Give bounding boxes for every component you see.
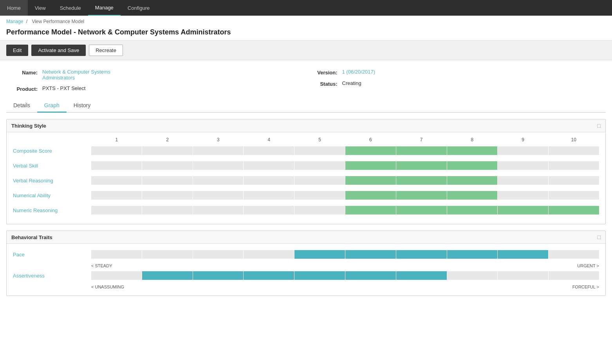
numeric-reasoning-label: Numeric Reasoning: [13, 207, 91, 213]
page-title: Performance Model - Network & Computer S…: [0, 27, 612, 40]
tabs: Details Graph History: [6, 99, 606, 113]
verbal-reasoning-row: Verbal Reasoning: [13, 175, 599, 186]
scale-8: 8: [447, 137, 498, 142]
toolbar: Edit Activate and Save Recreate: [0, 40, 612, 60]
assertiveness-left-label: < UNASSUMING: [91, 285, 345, 289]
seg-4: [244, 146, 294, 155]
assertiveness-label: Assertiveness: [13, 273, 91, 279]
thinking-style-title: Thinking Style: [11, 123, 46, 129]
seg-5: [294, 146, 345, 155]
pace-track: [91, 250, 599, 259]
pace-left-label: < STEADY: [91, 263, 345, 268]
status-value: Creating: [342, 80, 361, 86]
thinking-style-collapse-icon[interactable]: □: [598, 123, 601, 129]
scale-9: 9: [498, 137, 549, 142]
verbal-reasoning-track: [91, 176, 599, 185]
thinking-style-chart: 1 2 3 4 5 6 7 8 9 10 Composite Score: [7, 132, 605, 224]
nav-home[interactable]: Home: [0, 0, 28, 16]
scale-6: 6: [345, 137, 396, 142]
thinking-style-section: Thinking Style □ 1 2 3 4 5 6 7 8 9 10 Co…: [6, 119, 606, 224]
tab-history[interactable]: History: [67, 99, 98, 113]
verbal-skill-row: Verbal Skill: [13, 160, 599, 171]
scale-4: 4: [244, 137, 294, 142]
breadcrumb: Manage / View Performance Model: [0, 16, 612, 27]
pace-label: Pace: [13, 252, 91, 258]
scale-header: 1 2 3 4 5 6 7 8 9 10: [91, 137, 599, 142]
tab-graph[interactable]: Graph: [37, 99, 67, 113]
behavioral-traits-collapse-icon[interactable]: □: [598, 234, 601, 240]
seg-7: [396, 146, 447, 155]
version-label: Version:: [306, 69, 338, 76]
seg-3: [193, 146, 244, 155]
nav-schedule[interactable]: Schedule: [53, 0, 88, 16]
seg-2: [142, 146, 193, 155]
pace-sub-labels: < STEADY URGENT >: [91, 263, 599, 268]
nav-view[interactable]: View: [28, 0, 53, 16]
nav-manage[interactable]: Manage: [88, 0, 121, 16]
assertiveness-sub-labels: < UNASSUMING FORCEFUL >: [91, 285, 599, 289]
breadcrumb-current: View Performance Model: [32, 19, 84, 24]
top-nav: Home View Schedule Manage Configure: [0, 0, 612, 16]
name-label: Name:: [6, 69, 38, 76]
assertiveness-track: [91, 271, 599, 280]
activate-save-button[interactable]: Activate and Save: [31, 45, 86, 56]
scale-5: 5: [294, 137, 345, 142]
tab-details[interactable]: Details: [6, 99, 37, 113]
edit-button[interactable]: Edit: [6, 45, 28, 56]
verbal-reasoning-label: Verbal Reasoning: [13, 178, 91, 184]
verbal-skill-label: Verbal Skill: [13, 163, 91, 169]
seg-6: [345, 146, 396, 155]
breadcrumb-separator: /: [26, 19, 29, 24]
info-section: Name: Network & Computer SystemsAdminist…: [0, 60, 612, 94]
scale-1: 1: [91, 137, 142, 142]
product-value: PXTS - PXT Select: [42, 85, 85, 91]
behavioral-traits-chart: Pace < STEADY URGENT > Assertiveness: [7, 244, 605, 296]
name-value: Network & Computer SystemsAdministrators: [42, 69, 110, 81]
scale-2: 2: [142, 137, 193, 142]
assertiveness-right-label: FORCEFUL >: [345, 285, 599, 289]
scale-7: 7: [396, 137, 447, 142]
status-label: Status:: [306, 80, 338, 87]
seg-8: [447, 146, 498, 155]
numeric-reasoning-row: Numeric Reasoning: [13, 204, 599, 216]
numerical-ability-row: Numerical Ability: [13, 189, 599, 201]
seg-10: [549, 146, 599, 155]
composite-score-row: Composite Score: [13, 145, 599, 157]
verbal-skill-track: [91, 161, 599, 170]
scale-10: 10: [548, 137, 599, 142]
assertiveness-row: Assertiveness: [13, 270, 599, 281]
pace-row: Pace: [13, 249, 599, 260]
composite-score-track: [91, 146, 599, 155]
behavioral-traits-section: Behavioral Traits □ Pace < STEADY URGENT…: [6, 231, 606, 296]
pace-right-label: URGENT >: [345, 263, 599, 268]
composite-score-label: Composite Score: [13, 148, 91, 154]
behavioral-traits-title: Behavioral Traits: [11, 234, 52, 240]
breadcrumb-manage[interactable]: Manage: [6, 19, 23, 24]
numerical-ability-track: [91, 191, 599, 200]
numeric-reasoning-track: [91, 206, 599, 214]
nav-configure[interactable]: Configure: [121, 0, 157, 16]
version-value: 1 (06/20/2017): [342, 69, 376, 75]
product-label: Product:: [6, 85, 38, 92]
seg-9: [498, 146, 548, 155]
seg-1: [91, 146, 142, 155]
scale-3: 3: [193, 137, 244, 142]
recreate-button[interactable]: Recreate: [89, 45, 123, 56]
numerical-ability-label: Numerical Ability: [13, 193, 91, 198]
